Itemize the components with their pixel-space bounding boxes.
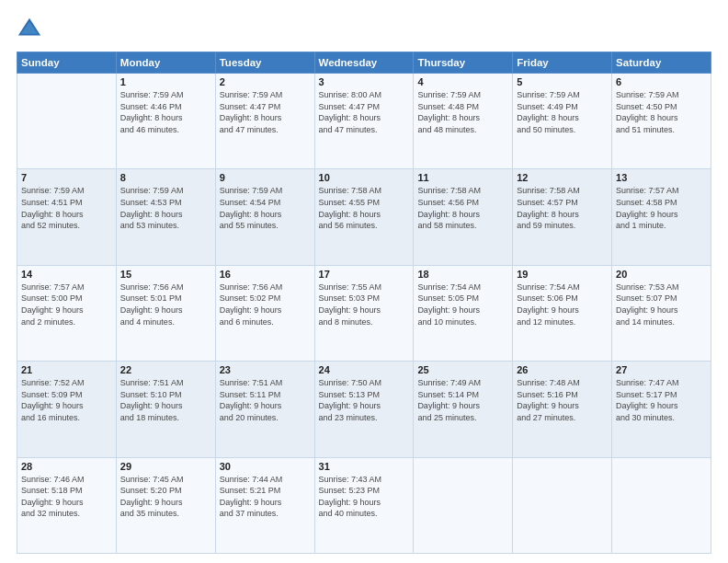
day-number: 20 xyxy=(616,269,707,280)
day-info: Sunrise: 7:57 AM Sunset: 5:00 PM Dayligh… xyxy=(21,282,112,327)
calendar-cell: 27Sunrise: 7:47 AM Sunset: 5:17 PM Dayli… xyxy=(612,362,711,457)
day-number: 11 xyxy=(417,172,508,183)
header-day-saturday: Saturday xyxy=(612,52,711,74)
header-day-tuesday: Tuesday xyxy=(215,52,314,74)
header-day-sunday: Sunday xyxy=(17,52,117,74)
day-info: Sunrise: 7:52 AM Sunset: 5:09 PM Dayligh… xyxy=(21,377,112,423)
day-number: 18 xyxy=(417,269,508,280)
day-info: Sunrise: 7:59 AM Sunset: 4:47 PM Dayligh… xyxy=(220,89,311,135)
calendar-cell: 25Sunrise: 7:49 AM Sunset: 5:14 PM Dayli… xyxy=(414,362,513,457)
day-number: 26 xyxy=(517,364,608,375)
calendar-cell: 17Sunrise: 7:55 AM Sunset: 5:03 PM Dayli… xyxy=(314,265,414,361)
day-info: Sunrise: 7:48 AM Sunset: 5:16 PM Dayligh… xyxy=(517,377,608,423)
day-info: Sunrise: 7:59 AM Sunset: 4:49 PM Dayligh… xyxy=(517,89,608,135)
day-number: 12 xyxy=(517,172,608,183)
day-info: Sunrise: 7:59 AM Sunset: 4:54 PM Dayligh… xyxy=(220,185,311,231)
calendar-cell xyxy=(414,457,513,553)
day-info: Sunrise: 7:56 AM Sunset: 5:02 PM Dayligh… xyxy=(220,282,311,327)
day-number: 7 xyxy=(21,172,112,183)
day-number: 27 xyxy=(616,364,707,375)
calendar-cell: 11Sunrise: 7:58 AM Sunset: 4:56 PM Dayli… xyxy=(414,169,513,265)
calendar-cell: 7Sunrise: 7:59 AM Sunset: 4:51 PM Daylig… xyxy=(17,169,117,265)
logo xyxy=(17,17,46,42)
day-info: Sunrise: 7:59 AM Sunset: 4:46 PM Dayligh… xyxy=(120,89,211,135)
calendar-cell: 31Sunrise: 7:43 AM Sunset: 5:23 PM Dayli… xyxy=(314,457,414,553)
header-day-monday: Monday xyxy=(116,52,215,74)
day-info: Sunrise: 7:50 AM Sunset: 5:13 PM Dayligh… xyxy=(319,377,410,423)
day-number: 24 xyxy=(319,364,410,375)
calendar-cell: 1Sunrise: 7:59 AM Sunset: 4:46 PM Daylig… xyxy=(116,74,215,169)
day-number: 29 xyxy=(120,461,211,472)
day-number: 1 xyxy=(120,76,211,87)
calendar-cell: 14Sunrise: 7:57 AM Sunset: 5:00 PM Dayli… xyxy=(17,265,117,361)
calendar-cell: 10Sunrise: 7:58 AM Sunset: 4:55 PM Dayli… xyxy=(314,169,414,265)
calendar-cell: 30Sunrise: 7:44 AM Sunset: 5:21 PM Dayli… xyxy=(215,457,314,553)
day-info: Sunrise: 7:59 AM Sunset: 4:50 PM Dayligh… xyxy=(616,89,707,135)
calendar-cell: 12Sunrise: 7:58 AM Sunset: 4:57 PM Dayli… xyxy=(513,169,612,265)
calendar-cell: 4Sunrise: 7:59 AM Sunset: 4:48 PM Daylig… xyxy=(414,74,513,169)
calendar-cell: 19Sunrise: 7:54 AM Sunset: 5:06 PM Dayli… xyxy=(513,265,612,361)
day-info: Sunrise: 7:43 AM Sunset: 5:23 PM Dayligh… xyxy=(319,474,410,520)
day-number: 30 xyxy=(220,461,311,472)
calendar-cell: 8Sunrise: 7:59 AM Sunset: 4:53 PM Daylig… xyxy=(116,169,215,265)
calendar-cell: 13Sunrise: 7:57 AM Sunset: 4:58 PM Dayli… xyxy=(612,169,711,265)
day-info: Sunrise: 7:47 AM Sunset: 5:17 PM Dayligh… xyxy=(616,377,707,423)
header-day-wednesday: Wednesday xyxy=(314,52,414,74)
week-row-1: 7Sunrise: 7:59 AM Sunset: 4:51 PM Daylig… xyxy=(17,169,711,265)
header xyxy=(17,17,711,42)
logo-icon xyxy=(17,17,42,42)
day-info: Sunrise: 7:53 AM Sunset: 5:07 PM Dayligh… xyxy=(616,282,707,327)
day-info: Sunrise: 7:51 AM Sunset: 5:11 PM Dayligh… xyxy=(220,377,311,423)
calendar-cell: 26Sunrise: 7:48 AM Sunset: 5:16 PM Dayli… xyxy=(513,362,612,457)
day-info: Sunrise: 7:55 AM Sunset: 5:03 PM Dayligh… xyxy=(319,282,410,327)
day-info: Sunrise: 7:59 AM Sunset: 4:51 PM Dayligh… xyxy=(21,185,112,231)
page: SundayMondayTuesdayWednesdayThursdayFrid… xyxy=(0,0,728,563)
day-info: Sunrise: 7:58 AM Sunset: 4:55 PM Dayligh… xyxy=(319,185,410,231)
week-row-4: 28Sunrise: 7:46 AM Sunset: 5:18 PM Dayli… xyxy=(17,457,711,553)
calendar-cell: 9Sunrise: 7:59 AM Sunset: 4:54 PM Daylig… xyxy=(215,169,314,265)
day-number: 8 xyxy=(120,172,211,183)
day-info: Sunrise: 7:58 AM Sunset: 4:56 PM Dayligh… xyxy=(417,185,508,231)
day-info: Sunrise: 7:49 AM Sunset: 5:14 PM Dayligh… xyxy=(417,377,508,423)
day-number: 31 xyxy=(319,461,410,472)
calendar-cell: 3Sunrise: 8:00 AM Sunset: 4:47 PM Daylig… xyxy=(314,74,414,169)
calendar-cell: 16Sunrise: 7:56 AM Sunset: 5:02 PM Dayli… xyxy=(215,265,314,361)
day-number: 17 xyxy=(319,269,410,280)
day-info: Sunrise: 7:54 AM Sunset: 5:05 PM Dayligh… xyxy=(417,282,508,327)
day-info: Sunrise: 7:46 AM Sunset: 5:18 PM Dayligh… xyxy=(21,474,112,520)
day-number: 9 xyxy=(220,172,311,183)
week-row-2: 14Sunrise: 7:57 AM Sunset: 5:00 PM Dayli… xyxy=(17,265,711,361)
day-info: Sunrise: 7:59 AM Sunset: 4:48 PM Dayligh… xyxy=(417,89,508,135)
day-number: 14 xyxy=(21,269,112,280)
calendar-cell: 22Sunrise: 7:51 AM Sunset: 5:10 PM Dayli… xyxy=(116,362,215,457)
calendar-cell: 6Sunrise: 7:59 AM Sunset: 4:50 PM Daylig… xyxy=(612,74,711,169)
day-number: 16 xyxy=(220,269,311,280)
day-number: 4 xyxy=(417,76,508,87)
calendar-cell: 24Sunrise: 7:50 AM Sunset: 5:13 PM Dayli… xyxy=(314,362,414,457)
day-info: Sunrise: 7:44 AM Sunset: 5:21 PM Dayligh… xyxy=(220,474,311,520)
day-number: 2 xyxy=(220,76,311,87)
day-number: 23 xyxy=(220,364,311,375)
day-info: Sunrise: 7:56 AM Sunset: 5:01 PM Dayligh… xyxy=(120,282,211,327)
calendar-cell: 5Sunrise: 7:59 AM Sunset: 4:49 PM Daylig… xyxy=(513,74,612,169)
calendar-cell: 18Sunrise: 7:54 AM Sunset: 5:05 PM Dayli… xyxy=(414,265,513,361)
header-row: SundayMondayTuesdayWednesdayThursdayFrid… xyxy=(17,52,711,74)
day-number: 6 xyxy=(616,76,707,87)
day-number: 10 xyxy=(319,172,410,183)
day-number: 21 xyxy=(21,364,112,375)
day-info: Sunrise: 7:45 AM Sunset: 5:20 PM Dayligh… xyxy=(120,474,211,520)
day-number: 25 xyxy=(417,364,508,375)
day-number: 13 xyxy=(616,172,707,183)
calendar-cell: 2Sunrise: 7:59 AM Sunset: 4:47 PM Daylig… xyxy=(215,74,314,169)
day-number: 3 xyxy=(319,76,410,87)
day-info: Sunrise: 7:51 AM Sunset: 5:10 PM Dayligh… xyxy=(120,377,211,423)
day-info: Sunrise: 7:59 AM Sunset: 4:53 PM Dayligh… xyxy=(120,185,211,231)
day-number: 22 xyxy=(120,364,211,375)
day-info: Sunrise: 7:57 AM Sunset: 4:58 PM Dayligh… xyxy=(616,185,707,231)
calendar-cell xyxy=(513,457,612,553)
calendar-cell: 20Sunrise: 7:53 AM Sunset: 5:07 PM Dayli… xyxy=(612,265,711,361)
calendar-cell xyxy=(612,457,711,553)
day-number: 5 xyxy=(517,76,608,87)
day-number: 28 xyxy=(21,461,112,472)
day-info: Sunrise: 7:54 AM Sunset: 5:06 PM Dayligh… xyxy=(517,282,608,327)
